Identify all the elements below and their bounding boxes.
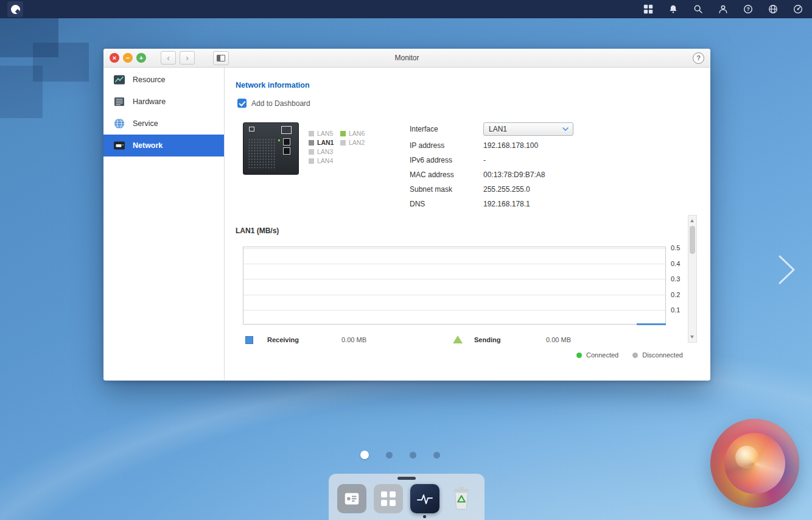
page-dot-3[interactable] xyxy=(410,452,416,459)
y-axis-tick: 0.5 xyxy=(671,244,689,251)
receiving-label: Receiving xyxy=(267,336,299,343)
search-icon[interactable] xyxy=(691,2,705,16)
port-status-square xyxy=(340,131,346,136)
sidebar-item-label: Service xyxy=(133,119,158,128)
nas-port xyxy=(281,126,292,134)
sidebar-item-label: Network xyxy=(133,141,163,150)
close-button[interactable]: × xyxy=(110,53,119,63)
status-legend: Connected Disconnected xyxy=(576,351,683,359)
svg-text:?: ? xyxy=(746,6,749,12)
sidebar-item-label: Resource xyxy=(133,76,166,84)
hardware-heatsink-icon xyxy=(113,96,125,108)
language-globe-icon[interactable] xyxy=(766,2,780,16)
lan-port-indicator: LAN3 xyxy=(309,148,333,155)
top-bar: ? xyxy=(0,0,812,18)
port-status-square xyxy=(340,140,346,146)
qnap-logo-icon xyxy=(11,5,20,14)
sidebar-toggle-icon xyxy=(217,55,225,61)
sidebar-toggle-button[interactable] xyxy=(213,51,229,65)
chart-gridline xyxy=(243,310,665,311)
dock-handle[interactable] xyxy=(397,477,416,480)
main-menu-icon[interactable] xyxy=(642,2,655,16)
interface-select[interactable]: LAN1 xyxy=(483,122,573,136)
port-status-square xyxy=(309,158,314,164)
field-label: Subnet mask xyxy=(410,185,483,194)
app-center-icon[interactable] xyxy=(374,484,403,513)
port-status-square xyxy=(309,149,314,155)
maximize-button[interactable]: + xyxy=(136,53,146,63)
active-app-indicator xyxy=(423,515,426,518)
field-label: IPv6 address xyxy=(410,156,483,164)
qnap-swirl-logo xyxy=(710,419,799,508)
sending-label: Sending xyxy=(474,336,500,343)
desktop-page-dots xyxy=(360,451,440,459)
receiving-marker xyxy=(245,336,253,344)
nas-led xyxy=(278,139,280,141)
interface-select-value: LAN1 xyxy=(489,125,507,133)
section-heading: Network information xyxy=(236,81,310,90)
sidebar-item-label: Hardware xyxy=(133,97,166,106)
add-to-dashboard-checkbox[interactable] xyxy=(237,99,247,108)
receiving-series-line xyxy=(637,323,666,325)
next-desktop-chevron[interactable] xyxy=(778,255,796,285)
chevron-down-icon xyxy=(562,127,569,131)
sidebar-item-network[interactable]: Network xyxy=(103,135,224,156)
disconnected-dot xyxy=(632,353,638,358)
connected-dot xyxy=(576,353,582,358)
user-icon[interactable] xyxy=(716,2,730,16)
scrollbar-thumb[interactable] xyxy=(690,226,695,254)
lan-port-indicator-selected: LAN1 xyxy=(309,139,334,146)
network-fields: Interface LAN1 IP address192.168.178.100… xyxy=(410,121,573,211)
help-icon[interactable]: ? xyxy=(741,2,755,16)
y-axis-tick: 0.4 xyxy=(671,260,689,267)
notifications-bell-icon[interactable] xyxy=(667,2,680,16)
y-axis-tick: 0.3 xyxy=(671,275,689,283)
page-dot-1[interactable] xyxy=(360,451,369,459)
window-help-button[interactable]: ? xyxy=(693,52,704,64)
service-globe-icon xyxy=(113,118,125,130)
dock xyxy=(329,474,485,520)
sidebar-item-hardware[interactable]: Hardware xyxy=(103,91,224,113)
field-value: 192.168.178.1 xyxy=(483,200,530,208)
recycle-bin-icon[interactable] xyxy=(447,484,476,513)
port-status-square xyxy=(309,131,314,136)
field-value: 255.255.255.0 xyxy=(483,185,530,194)
lan-port-indicator: LAN5 xyxy=(309,130,333,137)
chart-gridline xyxy=(243,295,665,295)
monitor-window: × − + ‹ › Monitor ? Resource Hardware xyxy=(103,49,710,381)
sidebar-item-resource[interactable]: Resource xyxy=(103,69,224,91)
add-to-dashboard-label: Add to Dashboard xyxy=(251,99,310,108)
page-dot-2[interactable] xyxy=(386,452,393,459)
minimize-button[interactable]: − xyxy=(123,53,133,63)
content-scrollbar[interactable] xyxy=(688,215,697,343)
lan-port-indicator: LAN2 xyxy=(340,139,365,146)
field-value: 192.168.178.100 xyxy=(483,141,538,150)
field-label: MAC address xyxy=(410,170,483,179)
traffic-chart xyxy=(243,247,666,325)
nas-grille xyxy=(248,138,275,170)
scroll-up-arrow-icon[interactable] xyxy=(690,219,694,222)
qnap-logo-button[interactable] xyxy=(7,1,23,17)
network-adapter-icon xyxy=(113,139,125,152)
field-value: 00:13:78:D9:B7:A8 xyxy=(483,170,545,179)
forward-button[interactable]: › xyxy=(180,51,195,65)
nas-device-image xyxy=(243,122,299,175)
nas-port xyxy=(249,127,254,132)
back-button[interactable]: ‹ xyxy=(161,51,176,65)
chart-gridline xyxy=(243,264,665,264)
chart-gridline xyxy=(243,279,665,279)
y-axis-tick: 0.1 xyxy=(671,306,689,314)
backup-station-icon[interactable] xyxy=(337,484,366,513)
topbar-icons: ? xyxy=(642,2,805,16)
resource-monitor-gauge-icon[interactable] xyxy=(791,2,805,16)
field-label: Interface xyxy=(410,125,483,133)
field-label: IP address xyxy=(410,141,483,150)
window-sidebar: Resource Hardware Service Network xyxy=(103,68,225,380)
sidebar-item-service[interactable]: Service xyxy=(103,113,224,135)
scroll-down-arrow-icon[interactable] xyxy=(690,336,694,339)
page-dot-4[interactable] xyxy=(433,452,440,459)
nas-port xyxy=(283,147,290,155)
lan-port-indicator: LAN4 xyxy=(309,157,333,164)
window-titlebar[interactable]: × − + ‹ › Monitor ? xyxy=(103,49,710,68)
monitor-app-icon[interactable] xyxy=(410,484,439,513)
